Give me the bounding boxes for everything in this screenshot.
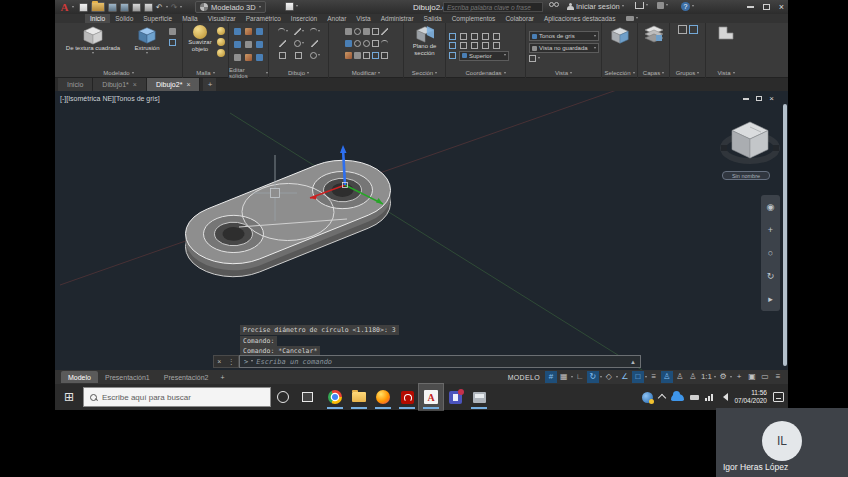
offset-icon[interactable]	[372, 40, 379, 47]
copy-icon[interactable]	[372, 28, 379, 35]
taskbar-search[interactable]	[83, 387, 271, 407]
arc-caret-icon[interactable]	[318, 30, 320, 33]
visual-style-dropdown[interactable]: Tonos de gris	[529, 31, 599, 41]
layout-tab-modelo[interactable]: Modelo	[61, 371, 98, 383]
ribbon-tab-salida[interactable]: Salida	[419, 14, 447, 23]
panel-malla-title[interactable]: Malla	[183, 68, 228, 78]
new-layout-button[interactable]: +	[216, 374, 230, 381]
file-tab-close-icon[interactable]: ×	[133, 81, 137, 88]
panel-coordenadas-title[interactable]: Coordenadas	[446, 68, 525, 78]
taskbar-explorer[interactable]	[347, 384, 371, 410]
polyline-icon[interactable]	[278, 28, 285, 35]
command-input[interactable]	[256, 358, 627, 366]
taskbar-chrome[interactable]	[323, 384, 347, 410]
shell-icon[interactable]	[234, 54, 241, 61]
drawing-restore-icon[interactable]	[756, 96, 762, 101]
redo-icon[interactable]: ↷	[171, 3, 178, 12]
save-as-icon[interactable]	[120, 3, 129, 12]
grid-toggle-icon[interactable]: #	[545, 371, 557, 383]
undo-icon[interactable]: ↶	[156, 3, 163, 12]
polar-tracking-icon[interactable]: ↻	[587, 371, 599, 383]
view-tool-icon[interactable]	[717, 25, 735, 41]
layout-tab-presentacion1[interactable]: Presentación1	[98, 371, 157, 383]
close-icon[interactable]: ×	[779, 3, 784, 12]
network-icon[interactable]	[705, 394, 713, 401]
mesh-extrude-icon[interactable]	[217, 49, 225, 57]
ribbon-tab-aplicaciones[interactable]: Aplicaciones destacadas	[539, 14, 621, 23]
ucs-world-icon[interactable]	[460, 33, 467, 40]
taskbar-app[interactable]	[467, 384, 491, 410]
stretch-icon[interactable]	[363, 28, 370, 35]
presspull-icon[interactable]	[169, 39, 176, 46]
snap-caret-icon[interactable]	[571, 376, 573, 379]
ribbon-tab-malla[interactable]: Malla	[177, 14, 203, 23]
open-file-icon[interactable]	[91, 2, 105, 12]
ucs-3point-icon[interactable]	[471, 42, 478, 49]
mesh-crease-icon[interactable]	[217, 38, 225, 46]
logo-caret-icon[interactable]	[72, 6, 74, 9]
ortho-toggle-icon[interactable]: ∟	[574, 371, 586, 383]
command-close-icon[interactable]: ×	[217, 358, 221, 365]
help-control[interactable]: ?	[681, 2, 694, 11]
taper-faces-icon[interactable]	[256, 41, 263, 48]
onedrive-icon[interactable]	[671, 394, 684, 401]
panel-capas-title[interactable]: Capas	[638, 68, 669, 78]
drawing-close-icon[interactable]: ×	[769, 94, 774, 103]
ribbon-tab-complementos[interactable]: Complementos	[447, 14, 501, 23]
panel-seleccion-title[interactable]: Selección	[602, 68, 637, 78]
check-interfere-icon[interactable]	[256, 54, 263, 61]
ucs-icon[interactable]	[449, 33, 456, 40]
taskbar-teams[interactable]	[443, 384, 467, 410]
isodraft-caret-icon[interactable]	[616, 376, 618, 379]
scale-caret-icon[interactable]	[714, 376, 716, 379]
workspace-caret-icon[interactable]	[730, 376, 732, 379]
align-icon[interactable]	[363, 52, 370, 59]
nav-wheel-icon[interactable]: ◉	[767, 202, 775, 212]
panel-vista-ventana-title[interactable]: Vista	[706, 68, 746, 78]
command-expand-icon[interactable]: ▲	[630, 359, 636, 365]
workspace-gear-icon[interactable]: ⚙	[717, 371, 729, 383]
viewcube-ucs-menu[interactable]: Sin nombre	[722, 171, 770, 180]
rectangle-icon[interactable]	[279, 52, 286, 59]
clean-screen-icon[interactable]: ▭	[759, 371, 771, 383]
osnap-caret-icon[interactable]	[645, 376, 647, 379]
ucs-previous-icon[interactable]	[471, 33, 478, 40]
infocenter-search[interactable]	[443, 2, 543, 12]
ribbon-display-toggle[interactable]	[626, 14, 638, 23]
app-store-control[interactable]	[635, 2, 648, 9]
drawing-minimize-icon[interactable]	[743, 98, 749, 100]
ucs-object-icon[interactable]	[493, 33, 500, 40]
ribbon-tab-insercion[interactable]: Inserción	[286, 14, 322, 23]
task-view-button[interactable]	[295, 384, 319, 410]
break-icon[interactable]	[381, 52, 388, 59]
file-tab-dibujo1[interactable]: Dibujo1* ×	[93, 78, 147, 91]
fillet-edge-icon[interactable]	[245, 41, 252, 48]
scale-icon[interactable]	[354, 40, 361, 47]
box-primitive-button[interactable]: De textura cuadrada	[61, 25, 125, 55]
start-button[interactable]: ⊞	[55, 384, 83, 410]
panel-modificar-title[interactable]: Modificar	[329, 68, 403, 78]
explode-icon[interactable]	[354, 52, 361, 59]
viewport-config-caret-icon[interactable]	[538, 57, 540, 60]
customization-menu-icon[interactable]: ≡	[772, 371, 784, 383]
ribbon-tab-vista[interactable]: Vista	[351, 14, 375, 23]
panel-modelado-title[interactable]: Modelado	[55, 68, 182, 78]
viewport-controls-label[interactable]: [-][Isométrica NE][Tonos de gris]	[60, 95, 160, 102]
group-icon[interactable]	[678, 25, 687, 34]
annotation-visibility-icon[interactable]: ♙	[661, 371, 673, 383]
nav-pan-icon[interactable]: +	[768, 225, 773, 235]
cortana-button[interactable]	[271, 384, 295, 410]
command-customize-icon[interactable]: ⋮	[228, 358, 235, 366]
annotation-scale-icon[interactable]: ♙	[687, 371, 699, 383]
redo-caret-icon[interactable]	[180, 6, 182, 9]
polygon-icon[interactable]	[295, 52, 302, 59]
osnap-tracking-icon[interactable]: ∠	[619, 371, 631, 383]
nav-zoom-icon[interactable]: ○	[768, 248, 773, 258]
plot-icon[interactable]	[132, 3, 141, 12]
ucs-dropdown[interactable]: Superior	[459, 51, 509, 61]
model-space-label[interactable]: MODELO	[508, 374, 540, 381]
smooth-object-button[interactable]: Suavizar objeto	[186, 25, 214, 52]
layout-tab-presentacion2[interactable]: Presentación2	[157, 371, 216, 383]
action-center-icon[interactable]	[773, 392, 784, 402]
taskbar-firefox[interactable]	[371, 384, 395, 410]
